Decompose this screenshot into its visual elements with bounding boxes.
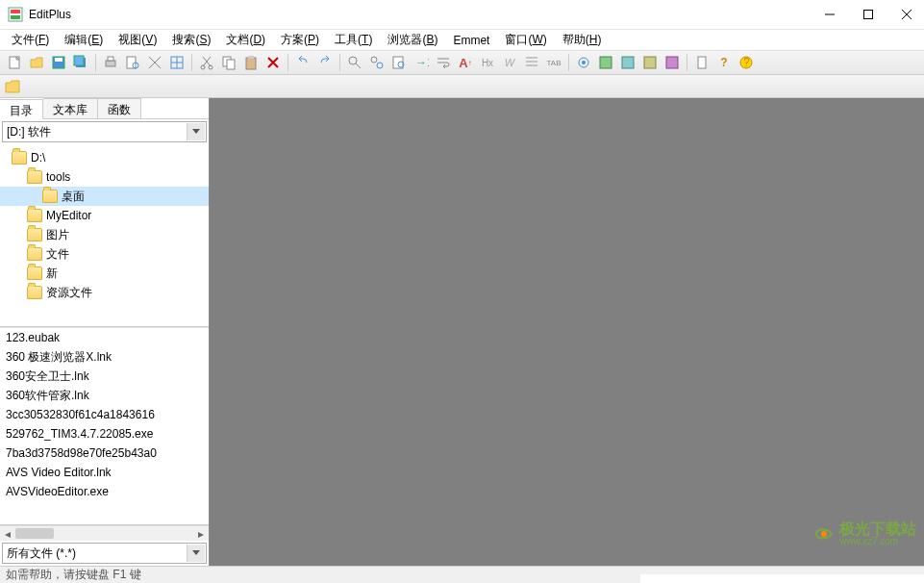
tree-label: D:\ [31,151,45,165]
tool3-icon[interactable] [639,52,661,73]
svg-rect-1 [11,10,20,13]
preferences-icon[interactable] [144,52,165,73]
svg-rect-34 [622,57,634,68]
settings-icon[interactable] [573,52,594,73]
tree-item[interactable]: MyEditor [0,206,209,225]
tree-item[interactable]: 图片 [0,225,209,244]
sidebar-tab[interactable]: 文本库 [43,98,98,118]
svg-point-32 [582,61,586,64]
word-wrap-icon[interactable] [433,52,454,73]
about-icon[interactable]: ? [736,52,757,73]
sidebar: 目录文本库函数 [D:] 软件 D:\tools桌面MyEditor图片文件新资… [0,98,210,566]
cut-icon[interactable] [196,52,217,73]
file-item[interactable]: 360 极速浏览器X.lnk [0,347,209,367]
menu-item[interactable]: Emmet [445,32,497,49]
menu-item[interactable]: 帮助(H) [555,30,610,50]
copy-icon[interactable] [218,52,239,73]
folder-icon[interactable] [4,78,21,95]
hex-icon[interactable]: Hx [477,52,498,73]
main-area: 目录文本库函数 [D:] 软件 D:\tools桌面MyEditor图片文件新资… [0,98,924,566]
menu-item[interactable]: 文档(D) [218,30,273,50]
menu-item[interactable]: 工具(T) [327,30,380,50]
file-filter-selector[interactable]: 所有文件 (*.*) [2,543,207,564]
menu-item[interactable]: 浏览器(B) [380,30,445,50]
minimize-button[interactable] [820,5,839,24]
menu-item[interactable]: 文件(F) [4,30,57,50]
svg-line-25 [356,63,361,68]
tree-label: MyEditor [46,209,91,222]
tree-item[interactable]: tools [0,167,209,187]
svg-rect-33 [600,57,612,68]
window-controls [820,5,916,24]
file-item[interactable]: 3cc30532830f61c4a1843616 [0,405,209,424]
tree-label: 图片 [46,227,69,243]
tree-item[interactable]: 桌面 [0,187,209,206]
file-item[interactable]: 123.eubak [0,328,209,347]
folder-tree[interactable]: D:\tools桌面MyEditor图片文件新资源文件 [0,144,209,327]
tree-item[interactable]: 文件 [0,244,209,264]
folder-icon [27,266,42,280]
folder-icon [12,151,27,165]
svg-point-26 [371,57,377,63]
bookmark-icon[interactable] [691,52,712,73]
save-all-icon[interactable] [70,52,91,73]
font-larger-icon[interactable]: A↑ [455,52,476,73]
sidebar-tab[interactable]: 函数 [98,98,141,118]
browser-icon[interactable] [166,52,187,73]
svg-text:→1: →1 [415,56,429,69]
svg-rect-23 [248,56,254,59]
file-item[interactable]: 7ba3d3758d98e70fe25b43a0 [0,444,209,463]
filter-label: 所有文件 (*.*) [7,545,76,562]
print-icon[interactable] [100,52,121,73]
maximize-button[interactable] [859,5,878,24]
drive-selector[interactable]: [D:] 软件 [2,121,207,142]
sidebar-tabs: 目录文本库函数 [0,98,209,119]
whitespace-icon[interactable]: W [499,52,520,73]
find-in-files-icon[interactable] [388,52,410,73]
file-item[interactable]: 360安全卫士.lnk [0,367,209,386]
scrollbar-thumb[interactable] [15,528,54,539]
print-preview-icon[interactable] [122,52,143,73]
menu-item[interactable]: 编辑(E) [57,30,111,50]
open-file-icon[interactable] [26,52,47,73]
menu-item[interactable]: 窗口(W) [497,30,554,50]
scroll-right-icon[interactable]: ▸ [193,526,209,541]
file-item[interactable]: 360软件管家.lnk [0,386,209,405]
file-item[interactable]: 529762_TIM3.4.7.22085.exe [0,424,209,444]
file-item[interactable]: AVS Video Editor.lnk [0,463,209,482]
close-button[interactable] [897,5,916,24]
help-icon[interactable]: ? [713,52,735,73]
new-file-icon[interactable] [4,52,25,73]
indent-icon[interactable] [521,52,542,73]
svg-text:?: ? [743,56,750,69]
sidebar-tab[interactable]: 目录 [0,99,43,119]
file-list[interactable]: 123.eubak360 极速浏览器X.lnk360安全卫士.lnk360软件管… [0,327,209,525]
tool4-icon[interactable] [662,52,683,73]
tab-icon[interactable]: TAB [543,52,564,73]
tree-item[interactable]: D:\ [0,148,209,167]
save-icon[interactable] [48,52,69,73]
tool1-icon[interactable] [595,52,616,73]
horizontal-scrollbar[interactable]: ◂ ▸ [0,525,209,541]
scroll-left-icon[interactable]: ◂ [0,526,15,541]
file-item[interactable]: AVSVideoEditor.exe [0,482,209,501]
folder-icon [27,247,42,261]
undo-icon[interactable] [292,52,313,73]
replace-icon[interactable] [366,52,387,73]
delete-icon[interactable] [262,52,284,73]
menu-item[interactable]: 搜索(S) [164,30,218,50]
tree-label: tools [46,170,70,184]
tree-item[interactable]: 资源文件 [0,283,209,302]
document-tab-bar [0,75,924,98]
menubar: 文件(F)编辑(E)视图(V)搜索(S)文档(D)方案(P)工具(T)浏览器(B… [0,29,924,50]
folder-icon [27,209,42,222]
menu-item[interactable]: 方案(P) [273,30,327,50]
tree-item[interactable]: 新 [0,264,209,283]
goto-icon[interactable]: →1 [411,52,432,73]
svg-rect-37 [698,57,706,68]
redo-icon[interactable] [314,52,336,73]
menu-item[interactable]: 视图(V) [111,30,164,50]
paste-icon[interactable] [240,52,262,73]
find-icon[interactable] [344,52,365,73]
tool2-icon[interactable] [617,52,638,73]
